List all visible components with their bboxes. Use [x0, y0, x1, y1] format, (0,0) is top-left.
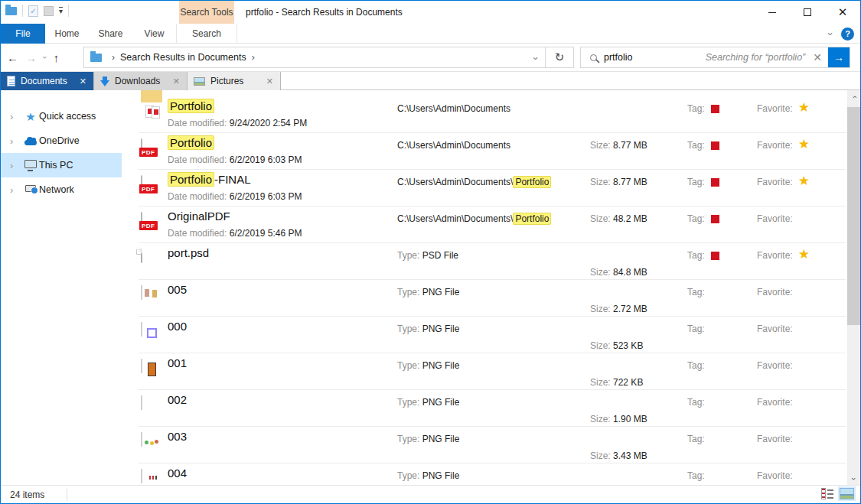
- file-name[interactable]: 001: [168, 356, 187, 369]
- clear-search-icon[interactable]: ✕: [813, 51, 822, 63]
- expand-chevron-icon[interactable]: ›: [10, 135, 13, 147]
- divider: [68, 5, 69, 17]
- close-tab-icon[interactable]: ✕: [80, 76, 86, 86]
- tab-share[interactable]: Share: [89, 24, 132, 44]
- sidebar-item-network[interactable]: ›Network: [1, 177, 122, 202]
- file-name[interactable]: 003: [168, 430, 187, 443]
- address-dropdown-icon[interactable]: ›: [530, 57, 541, 60]
- breadcrumb[interactable]: Search Results in Documents: [120, 52, 246, 63]
- scroll-down-icon[interactable]: ›: [847, 472, 860, 485]
- file-row[interactable]: 003Type: PNG FileSize: 3.43 MBTag:Favori…: [122, 427, 849, 463]
- new-folder-icon[interactable]: [44, 6, 54, 16]
- folder-tab-pictures[interactable]: Pictures✕: [188, 72, 281, 90]
- up-button[interactable]: ↑: [54, 51, 60, 64]
- sidebar-item-onedrive[interactable]: ›OneDrive: [1, 128, 122, 153]
- folder-tab-downloads[interactable]: Downloads✕: [94, 72, 188, 90]
- file-name[interactable]: 004: [168, 467, 187, 480]
- minimize-button[interactable]: [755, 1, 790, 24]
- tab-file[interactable]: File: [1, 24, 45, 44]
- file-name[interactable]: port.psd: [168, 246, 209, 259]
- properties-icon[interactable]: ✓: [28, 5, 38, 17]
- sidebar-item-this-pc[interactable]: ›This PC: [1, 153, 122, 177]
- search-tools-contextual-tab[interactable]: Search Tools: [179, 1, 234, 24]
- tag-label: Tag:: [687, 397, 705, 408]
- tab-view[interactable]: View: [132, 24, 176, 44]
- file-tag: Tag:: [687, 250, 719, 261]
- favorite-star-icon[interactable]: ★: [798, 248, 810, 261]
- file-name[interactable]: Portfolio: [168, 136, 214, 149]
- file-name[interactable]: Portfolio-FINAL: [168, 173, 251, 186]
- red-tag-icon[interactable]: [711, 105, 719, 113]
- psd-file-icon: [141, 249, 142, 263]
- close-button[interactable]: ✕: [825, 1, 860, 24]
- pdf-file-icon: PDF: [141, 212, 142, 226]
- customize-qat-dropdown-icon[interactable]: ▾: [59, 7, 63, 15]
- search-input[interactable]: prtfolio: [604, 52, 706, 63]
- sidebar-item-label: Quick access: [39, 111, 96, 122]
- favorite-star-icon[interactable]: ★: [798, 101, 810, 114]
- file-name[interactable]: 005: [168, 283, 187, 296]
- file-name-part: 004: [168, 467, 187, 480]
- search-icon: [590, 54, 597, 61]
- file-row[interactable]: PDFOriginalPDFDate modified: 6/2/2019 5:…: [122, 206, 849, 243]
- tab-search[interactable]: Search: [176, 24, 237, 44]
- red-tag-icon[interactable]: [711, 252, 719, 260]
- file-row[interactable]: 005Type: PNG FileSize: 2.72 MBTag:Favori…: [122, 280, 849, 317]
- date-modified-value: 6/2/2019 6:03 PM: [230, 191, 302, 202]
- vertical-scrollbar[interactable]: › ›: [847, 90, 860, 485]
- search-results-list: PortfolioDate modified: 9/24/2020 2:54 P…: [122, 90, 849, 485]
- size-label: Size:: [590, 267, 613, 278]
- red-tag-icon[interactable]: [711, 178, 719, 187]
- search-box[interactable]: prtfolio Searching for “portfolio” ✕ →: [580, 47, 850, 68]
- expand-chevron-icon[interactable]: ›: [10, 184, 13, 196]
- search-progress-text: Searching for “portfolio”: [706, 52, 806, 63]
- forward-button[interactable]: →: [25, 51, 37, 64]
- tab-home[interactable]: Home: [45, 24, 89, 44]
- search-go-button[interactable]: →: [828, 47, 850, 67]
- file-type: Type: PSD File: [397, 250, 458, 261]
- close-tab-icon[interactable]: ✕: [266, 76, 273, 86]
- large-icons-view-icon[interactable]: [840, 488, 854, 499]
- file-row[interactable]: PDFPortfolio-FINALDate modified: 6/2/201…: [122, 170, 849, 206]
- file-row[interactable]: PDFPortfolioDate modified: 6/2/2019 6:03…: [122, 133, 849, 170]
- explorer-window: ✓ ▾ Search Tools prtfolio - Search Resul…: [0, 0, 861, 504]
- back-button[interactable]: ←: [7, 51, 18, 64]
- date-modified-label: Date modified:: [168, 154, 230, 165]
- file-name-part-highlighted: Portfolio: [168, 99, 214, 113]
- file-row[interactable]: 002Type: PNG FileSize: 1.90 MBTag:Favori…: [122, 390, 849, 427]
- sidebar-item-quick-access[interactable]: ›★Quick access: [1, 104, 122, 128]
- file-name[interactable]: Portfolio: [168, 99, 214, 112]
- file-path-part-highlighted: Portfolio: [513, 213, 551, 225]
- file-row[interactable]: port.psdType: PSD FileSize: 84.8 MBTag:F…: [122, 243, 849, 280]
- file-name[interactable]: 000: [168, 320, 187, 333]
- expand-chevron-icon[interactable]: ›: [10, 160, 13, 171]
- folder-tab-documents[interactable]: Documents✕: [1, 72, 94, 90]
- breadcrumb-chevron-icon[interactable]: ›: [252, 52, 255, 63]
- folder-tab-label: Downloads: [115, 76, 160, 86]
- type-label: Type:: [397, 360, 422, 371]
- file-name[interactable]: OriginalPDF: [168, 210, 230, 223]
- main-content: ›★Quick access›OneDrive›This PC›Network …: [1, 90, 860, 485]
- file-name[interactable]: 002: [168, 393, 187, 406]
- file-row[interactable]: 001Type: PNG FileSize: 722 KBTag:Favorit…: [122, 353, 849, 390]
- divider: [67, 489, 67, 501]
- close-tab-icon[interactable]: ✕: [173, 76, 180, 86]
- file-row[interactable]: 004Type: PNG FileTag:Favorite:: [122, 463, 849, 485]
- file-row[interactable]: PortfolioDate modified: 9/24/2020 2:54 P…: [122, 96, 849, 133]
- details-view-icon[interactable]: [822, 489, 833, 499]
- address-bar[interactable]: › Search Results in Documents › ›: [83, 47, 546, 68]
- scroll-up-icon[interactable]: ›: [847, 90, 860, 103]
- red-tag-icon[interactable]: [711, 215, 719, 223]
- file-row[interactable]: 000Type: PNG FileSize: 523 KBTag:Favorit…: [122, 317, 849, 353]
- scrollbar-thumb[interactable]: [847, 107, 860, 325]
- collapse-ribbon-icon[interactable]: ›: [824, 32, 836, 35]
- recent-locations-dropdown-icon[interactable]: ›: [41, 56, 50, 59]
- favorite-star-icon[interactable]: ★: [798, 138, 810, 151]
- favorite-star-icon[interactable]: ★: [798, 174, 810, 187]
- expand-chevron-icon[interactable]: ›: [10, 111, 13, 122]
- help-icon[interactable]: ?: [841, 28, 854, 41]
- maximize-button[interactable]: [790, 1, 825, 24]
- red-tag-icon[interactable]: [711, 141, 719, 150]
- refresh-button[interactable]: ↻: [545, 47, 574, 68]
- this-pc-icon: [24, 162, 38, 168]
